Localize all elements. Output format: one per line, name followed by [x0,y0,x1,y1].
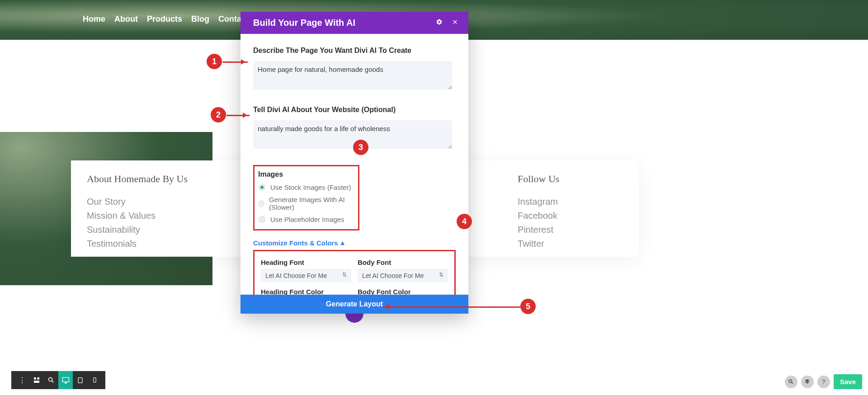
radio-label: Use Stock Images (Faster) [270,183,351,191]
images-options-box: Images Use Stock Images (Faster) Generat… [253,165,359,230]
tell-label: Tell Divi AI About Your Website (Optiona… [253,106,456,114]
footer-link[interactable]: Twitter [518,237,559,251]
body-font-select[interactable]: Let AI Choose For Me [358,269,448,282]
more-icon[interactable]: ⋮ [15,371,29,389]
radio-label: Use Placeholder Images [270,216,344,223]
annotation-badge-3: 3 [353,140,368,155]
footer-link[interactable]: Sustainability [87,223,188,237]
radio-dot-icon [258,216,266,223]
radio-stock[interactable]: Use Stock Images (Faster) [258,181,354,193]
svg-rect-3 [37,377,39,380]
heading-font-label: Heading Font [261,259,351,266]
body-font-label: Body Font [358,259,448,266]
modal-title: Build Your Page With AI [253,18,355,28]
footer-link[interactable]: Testimonials [87,237,188,251]
svg-point-5 [49,378,52,381]
describe-label: Describe The Page You Want Divi AI To Cr… [253,47,456,55]
modal-body: Describe The Page You Want Divi AI To Cr… [241,34,468,295]
modal-header: Build Your Page With AI [241,12,468,34]
annotation-arrow [222,61,248,63]
desktop-view-icon[interactable] [58,371,73,389]
wireframe-icon[interactable] [29,371,44,389]
ai-builder-modal: Build Your Page With AI Describe The Pag… [241,12,468,314]
svg-rect-7 [78,377,82,382]
heading-font-select[interactable]: Let AI Choose For Me [261,269,351,282]
radio-ai[interactable]: Generate Images With AI (Slower) [258,193,354,213]
annotation-badge-2: 2 [211,107,226,122]
nav-blog[interactable]: Blog [191,14,209,24]
fonts-colors-box: Heading Font Body Font Let AI Choose For… [253,250,456,295]
footer-col-follow: Follow Us Instagram Facebook Pinterest T… [518,173,559,257]
zoom-icon[interactable] [44,371,58,389]
svg-point-9 [789,380,793,383]
builder-right-actions: ? Save [785,374,862,389]
nav-home[interactable]: Home [83,14,105,24]
footer-title-follow: Follow Us [518,173,559,185]
describe-input[interactable]: Home page for natural, homemade goods [253,61,452,89]
annotation-badge-1: 1 [207,54,222,69]
footer-col-about: About Homemade By Us Our Story Mission &… [87,173,188,257]
annotation-badge-5: 5 [520,299,536,314]
images-label: Images [258,170,354,179]
close-icon[interactable] [452,19,458,27]
radio-label: Generate Images With AI (Slower) [269,196,354,211]
builder-view-bar: ⋮ [11,371,105,389]
tablet-view-icon[interactable] [73,371,87,389]
search-icon[interactable] [785,376,797,388]
heading-color-label: Heading Font Color [261,288,351,295]
footer-title-about: About Homemade By Us [87,173,188,185]
save-button[interactable]: Save [834,374,862,389]
gear-icon[interactable] [436,19,443,27]
svg-rect-8 [93,378,95,382]
radio-placeholder[interactable]: Use Placeholder Images [258,213,354,226]
help-icon[interactable]: ? [817,376,830,388]
generate-layout-button[interactable]: Generate Layout [241,295,468,314]
svg-line-10 [792,382,793,384]
nav-about[interactable]: About [114,14,138,24]
section-add-button[interactable] [345,314,363,323]
footer-link[interactable]: Pinterest [518,223,559,237]
svg-rect-2 [34,377,36,380]
radio-dot-icon [258,200,264,207]
footer-link[interactable]: Our Story [87,195,188,209]
footer-link[interactable]: Mission & Values [87,209,188,223]
footer-link[interactable]: Instagram [518,195,559,209]
annotation-arrow [226,115,250,116]
svg-rect-4 [34,381,39,383]
annotation-arrow [382,306,520,308]
footer-link[interactable]: Facebook [518,209,559,223]
annotation-badge-4: 4 [457,214,472,229]
layers-icon[interactable] [801,376,814,388]
nav-products[interactable]: Products [147,14,182,24]
tell-input[interactable]: naturally made goods for a life of whole… [253,120,452,149]
radio-dot-icon [258,183,266,191]
phone-view-icon[interactable] [87,371,102,389]
svg-line-6 [52,381,54,383]
caret-up-icon: ▴ [341,239,344,247]
body-color-label: Body Font Color [358,288,448,295]
customize-fonts-toggle[interactable]: Customize Fonts & Colors▴ [253,239,344,247]
